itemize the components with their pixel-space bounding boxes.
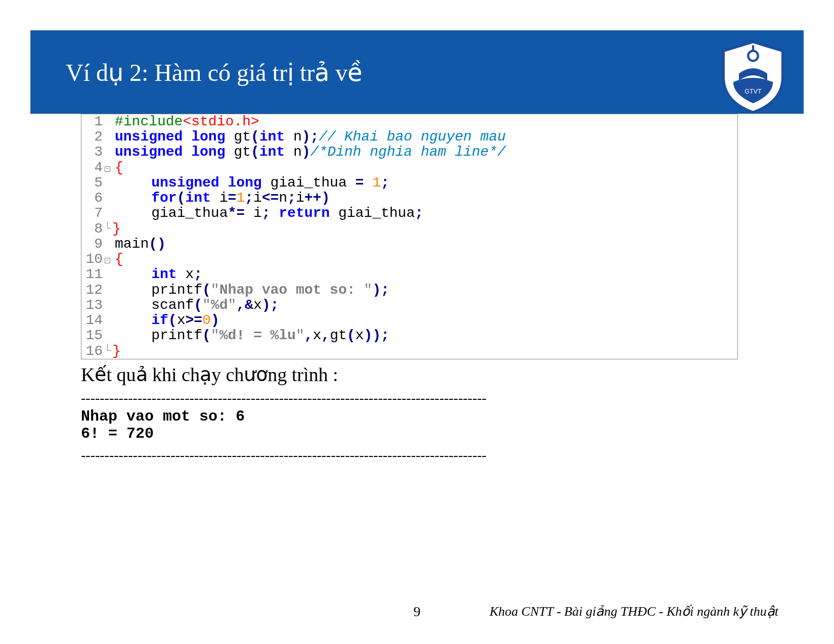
line-number: 11 — [81, 267, 105, 282]
line-number: 9 — [81, 237, 105, 252]
line-number: 16 — [81, 344, 105, 359]
code-line-3: 3unsigned long gt(int n)/*Dinh nghia ham… — [81, 145, 737, 160]
line-number: 14 — [81, 313, 105, 328]
line-number: 10 — [81, 252, 105, 267]
code-line-7: 7 giai_thua*= i; return giai_thua; — [81, 206, 737, 221]
university-logo: GTVT — [718, 38, 788, 116]
separator: ----------------------------------------… — [81, 390, 733, 406]
slide-title: Ví dụ 2: Hàm có giá trị trả về — [66, 58, 363, 86]
line-number: 2 — [81, 129, 105, 145]
code-line-5: 5 unsigned long giai_thua = 1; — [81, 175, 737, 191]
code-line-4: 4−{ — [81, 160, 737, 175]
line-number: 1 — [81, 114, 105, 129]
line-number: 12 — [81, 283, 105, 298]
code-line-15: 15 printf("%d! = %lu",x,gt(x)); — [81, 328, 737, 343]
line-number: 15 — [81, 328, 105, 343]
slide-header: Ví dụ 2: Hàm có giá trị trả về GTVT — [30, 30, 804, 114]
line-number: 7 — [81, 206, 105, 221]
program-output: Nhap vao mot so: 6 6! = 720 — [81, 408, 834, 443]
result-label: Kết quả khi chạy chương trình : — [81, 363, 834, 386]
output-line-1: Nhap vao mot so: 6 — [81, 408, 834, 426]
fold-icon: − — [105, 166, 110, 172]
separator: ----------------------------------------… — [81, 447, 733, 463]
line-number: 5 — [81, 175, 105, 191]
code-line-8: 8} — [81, 221, 737, 237]
code-line-11: 11 int x; — [81, 267, 737, 282]
line-number: 6 — [81, 191, 105, 206]
page-number: 9 — [414, 604, 421, 620]
line-number: 13 — [81, 298, 105, 313]
line-number: 8 — [81, 221, 105, 237]
line-number: 4 — [81, 160, 105, 175]
code-line-10: 10−{ — [81, 252, 737, 267]
code-line-6: 6 for(int i=1;i<=n;i++) — [81, 191, 737, 206]
code-line-13: 13 scanf("%d",&x); — [81, 298, 737, 313]
svg-text:GTVT: GTVT — [744, 88, 762, 95]
code-line-12: 12 printf("Nhap vao mot so: "); — [81, 283, 737, 298]
line-number: 3 — [81, 145, 105, 160]
code-line-16: 16} — [81, 344, 737, 359]
code-editor: 1#include<stdio.h> 2unsigned long gt(int… — [81, 114, 738, 359]
code-line-9: 9main() — [81, 237, 737, 252]
fold-icon: − — [105, 258, 110, 263]
output-line-2: 6! = 720 — [81, 425, 834, 443]
code-line-14: 14 if(x>=0) — [81, 313, 737, 328]
code-line-1: 1#include<stdio.h> — [81, 114, 737, 129]
footer-text: Khoa CNTT - Bài giảng THĐC - Khối ngành … — [490, 604, 778, 619]
code-line-2: 2unsigned long gt(int n);// Khai bao ngu… — [81, 129, 737, 145]
